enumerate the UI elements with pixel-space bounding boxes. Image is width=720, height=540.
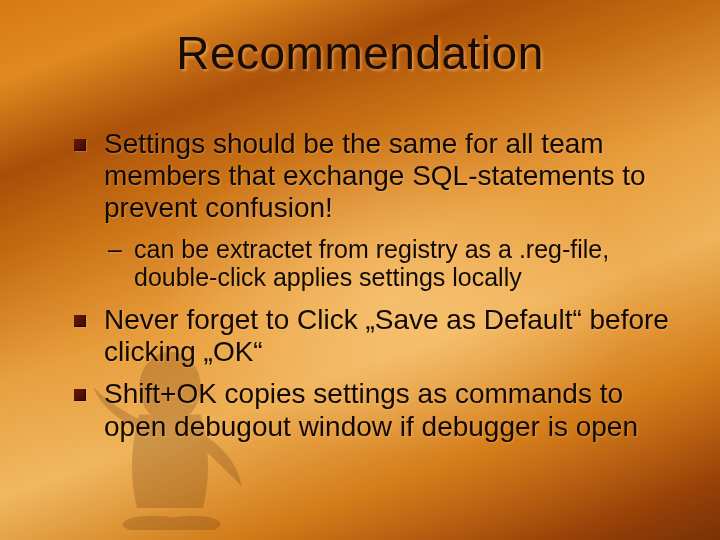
slide-title: Recommendation — [0, 26, 720, 80]
sub-bullet-item: – can be extractet from registry as a .r… — [130, 235, 680, 293]
square-bullet-icon — [74, 389, 86, 401]
bullet-text: Never forget to Click „Save as Default“ … — [104, 304, 669, 367]
slide: Recommendation Settings should be the sa… — [0, 0, 720, 540]
bullet-text: Shift+OK copies settings as commands to … — [104, 378, 638, 441]
slide-body: Settings should be the same for all team… — [100, 128, 680, 453]
bullet-item: Shift+OK copies settings as commands to … — [100, 378, 680, 442]
bullet-item: Settings should be the same for all team… — [100, 128, 680, 225]
sub-bullet-text: can be extractet from registry as a .reg… — [134, 235, 609, 292]
square-bullet-icon — [74, 315, 86, 327]
dash-bullet-icon: – — [108, 235, 122, 264]
bullet-text: Settings should be the same for all team… — [104, 128, 646, 223]
svg-point-2 — [163, 516, 220, 530]
svg-point-1 — [123, 516, 185, 530]
bullet-item: Never forget to Click „Save as Default“ … — [100, 304, 680, 368]
square-bullet-icon — [74, 139, 86, 151]
